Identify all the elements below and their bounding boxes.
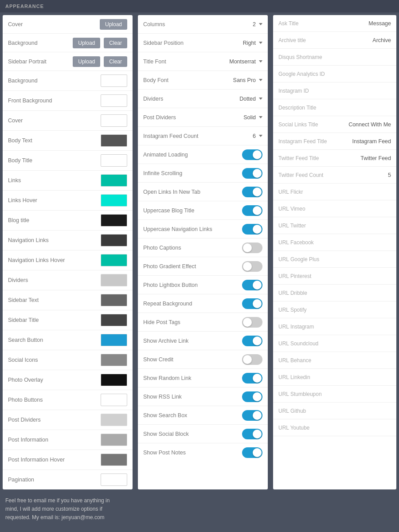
label-sidebar-portrait: Sidebar Portrait (8, 59, 73, 65)
row-show-random-link: Show Random Link (138, 369, 268, 387)
swatch-search-button[interactable] (101, 334, 127, 346)
swatch-background[interactable] (101, 74, 127, 87)
label-url-spotify: URL Spotify (278, 307, 336, 313)
row-description-title: Description Title (273, 99, 396, 116)
dropdown-instagram-feed-count[interactable]: 6 (253, 133, 262, 139)
val-social-links-title[interactable]: Connect With Me (348, 121, 391, 128)
row-url-stumbleupon: URL Stumbleupon (273, 386, 396, 403)
btn-sidebar-portrait-upload[interactable]: Upload (73, 56, 100, 67)
label-description-title: Description Title (278, 105, 336, 111)
swatch-nav-links-hover[interactable] (101, 254, 127, 266)
toggle-photo-gradient-effect[interactable] (242, 261, 262, 272)
row-cover-upload: Cover Upload (3, 15, 133, 34)
val-body-font: Sans Pro (233, 77, 256, 83)
toggle-photo-captions[interactable] (242, 243, 262, 253)
row-body-font: Body Font Sans Pro (138, 71, 268, 90)
dropdown-sidebar-position[interactable]: Right (243, 40, 262, 46)
swatch-links[interactable] (101, 174, 127, 187)
btn-sidebar-portrait-clear[interactable]: Clear (104, 56, 127, 67)
row-disqus-shortname: Disqus Shortname (273, 49, 396, 66)
row-url-dribble: URL Dribble (273, 285, 396, 301)
toggle-repeat-background[interactable] (242, 298, 262, 309)
label-dividers-color: Dividers (8, 277, 101, 283)
toggle-uppercase-blog-title[interactable] (242, 205, 262, 216)
btn-cover-upload[interactable]: Upload (100, 19, 127, 30)
toggle-uppercase-nav-links[interactable] (242, 224, 262, 235)
toggle-show-rss-link[interactable] (242, 391, 262, 402)
row-archive-title: Archive title Archive (273, 32, 396, 49)
dropdown-post-dividers[interactable]: Solid (243, 114, 262, 121)
toggle-open-links-new-tab[interactable] (242, 187, 262, 197)
row-url-soundcloud: URL Soundcloud (273, 335, 396, 352)
swatch-nav-links[interactable] (101, 234, 127, 246)
label-front-background: Front Background (8, 98, 101, 104)
val-twitter-feed-count[interactable]: 5 (388, 172, 391, 178)
label-url-stumbleupon: URL Stumbleupon (278, 391, 336, 397)
swatch-social-icons[interactable] (101, 354, 127, 366)
dropdown-body-font[interactable]: Sans Pro (233, 77, 262, 83)
swatch-front-background[interactable] (101, 94, 127, 107)
label-social-links-title: Social Links Title (278, 121, 336, 128)
row-dividers-color: Dividers (3, 270, 133, 290)
label-twitter-feed-count: Twitter Feed Count (278, 172, 336, 178)
label-search-button: Search Button (8, 337, 101, 343)
row-url-linkedin: URL Linkedin (273, 369, 396, 386)
row-instagram-feed-title: Instagram Feed Title Instagram Feed (273, 133, 396, 150)
row-uppercase-nav-links: Uppercase Navigation Links (138, 220, 268, 239)
swatch-sidebar-title[interactable] (101, 314, 127, 326)
row-uppercase-blog-title: Uppercase Blog Title (138, 201, 268, 220)
swatch-links-hover[interactable] (101, 194, 127, 207)
dropdown-title-font[interactable]: Montserrat (229, 59, 262, 65)
row-sidebar-title: Sidebar Title (3, 310, 133, 330)
label-instagram-feed-count: Instagram Feed Count (143, 133, 253, 139)
val-archive-title[interactable]: Archive (372, 37, 391, 43)
toggle-show-social-block[interactable] (242, 429, 262, 439)
toggle-animated-loading[interactable] (242, 149, 262, 160)
toggle-show-search-box[interactable] (242, 410, 262, 421)
label-photo-gradient-effect: Photo Gradient Effect (143, 263, 242, 270)
toggle-hide-post-tags[interactable] (242, 317, 262, 328)
row-show-post-notes: Show Post Notes (138, 443, 268, 462)
val-ask-title[interactable]: Message (368, 20, 391, 27)
swatch-post-information[interactable] (101, 434, 127, 446)
swatch-cover[interactable] (101, 114, 127, 127)
swatch-body-title[interactable] (101, 154, 127, 167)
swatch-pagination[interactable] (101, 473, 127, 486)
swatch-sidebar-text[interactable] (101, 294, 127, 306)
toggle-infinite-scrolling[interactable] (242, 168, 262, 179)
swatch-post-information-hover[interactable] (101, 454, 127, 466)
row-sidebar-portrait: Sidebar Portrait Upload Clear (3, 52, 133, 71)
btn-background-upload[interactable]: Upload (73, 38, 100, 48)
row-open-links-new-tab: Open Links In New Tab (138, 183, 268, 201)
toggle-show-credit[interactable] (242, 354, 262, 365)
label-sidebar-title: Sidebar Title (8, 317, 101, 323)
row-photo-lightbox-button: Photo Lightbox Button (138, 276, 268, 294)
swatch-photo-buttons[interactable] (101, 394, 127, 406)
label-show-archive-link: Show Archive Link (143, 338, 242, 344)
toggle-show-random-link[interactable] (242, 373, 262, 383)
swatch-photo-overlay[interactable] (101, 374, 127, 386)
dropdown-columns[interactable]: 2 (253, 21, 262, 27)
val-dividers: Dotted (239, 96, 256, 102)
toggle-show-archive-link[interactable] (242, 336, 262, 346)
btn-background-clear[interactable]: Clear (104, 38, 127, 48)
row-post-information-hover: Post Information Hover (3, 450, 133, 470)
label-photo-overlay: Photo Overlay (8, 377, 101, 383)
toggle-photo-lightbox-button[interactable] (242, 280, 262, 290)
val-instagram-feed-title[interactable]: Instagram Feed (352, 138, 391, 145)
label-animated-loading: Animated Loading (143, 152, 242, 158)
toggle-show-post-notes[interactable] (242, 447, 262, 458)
label-title-font: Title Font (143, 59, 229, 65)
swatch-dividers[interactable] (101, 274, 127, 286)
dropdown-dividers[interactable]: Dotted (239, 96, 262, 102)
val-instagram-feed-count: 6 (253, 133, 256, 139)
swatch-blog-title[interactable] (101, 214, 127, 227)
row-instagram-id: Instagram ID (273, 82, 396, 99)
swatch-post-dividers[interactable] (101, 414, 127, 426)
label-url-flickr: URL Flickr (278, 189, 336, 195)
col1-appearance: Cover Upload Background Upload Clear Sid… (3, 15, 133, 489)
swatch-body-text[interactable] (101, 134, 127, 147)
row-columns: Columns 2 (138, 15, 268, 34)
row-title-font: Title Font Montserrat (138, 52, 268, 71)
val-twitter-feed-title[interactable]: Twitter Feed (360, 155, 391, 161)
